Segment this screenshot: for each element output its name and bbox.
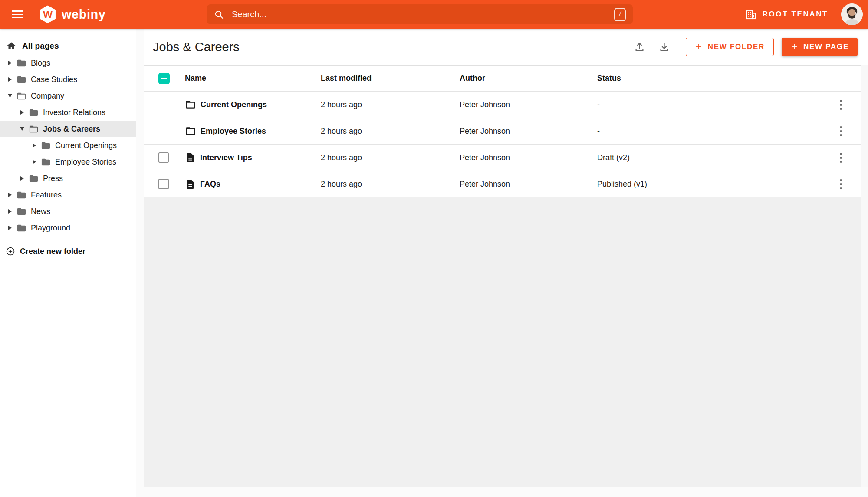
- sidebar-item-all-pages[interactable]: All pages: [0, 37, 136, 55]
- sidebar-item-label: Jobs & Careers: [43, 125, 100, 134]
- chevron-right-icon[interactable]: [7, 209, 13, 214]
- brand-wordmark: webiny: [62, 7, 105, 22]
- sidebar-item-label: Employee Stories: [55, 158, 116, 167]
- new-page-button[interactable]: NEW PAGE: [782, 38, 858, 56]
- chevron-right-icon[interactable]: [19, 176, 25, 181]
- search-bar[interactable]: /: [207, 4, 633, 24]
- table-row[interactable]: Employee Stories 2 hours ago Peter Johns…: [144, 118, 861, 145]
- chevron-right-icon[interactable]: [7, 226, 13, 230]
- sidebar-item-current-openings[interactable]: Current Openings: [0, 137, 136, 154]
- sidebar-item-label: Press: [43, 174, 63, 183]
- folder-open-icon: [16, 91, 26, 101]
- folder-icon: [29, 174, 39, 184]
- sidebar-item-label: Investor Relations: [43, 108, 105, 117]
- folder-icon: [16, 75, 26, 85]
- import-icon[interactable]: [634, 41, 645, 53]
- header-actions: NEW FOLDER NEW PAGE: [634, 38, 858, 56]
- column-header-name[interactable]: Name: [185, 74, 206, 83]
- export-icon[interactable]: [658, 41, 670, 53]
- sidebar-item-press[interactable]: Press: [0, 170, 136, 187]
- sidebar-item-investor-relations[interactable]: Investor Relations: [0, 104, 136, 121]
- sidebar-item-features[interactable]: Features: [0, 187, 136, 203]
- chevron-down-icon[interactable]: [7, 94, 13, 98]
- new-page-label: NEW PAGE: [803, 43, 849, 51]
- select-all-checkbox[interactable]: [158, 73, 170, 84]
- content-header: Jobs & Careers: [144, 29, 868, 65]
- webiny-logo[interactable]: W webiny: [38, 5, 105, 24]
- create-new-folder-button[interactable]: Create new folder: [6, 247, 136, 256]
- sidebar-item-label: Playground: [31, 224, 70, 233]
- top-app-bar: W webiny / ROOT TENANT: [0, 0, 868, 29]
- sidebar-item-company[interactable]: Company: [0, 88, 136, 104]
- row-checkbox[interactable]: [158, 179, 169, 189]
- sidebar-item-case-studies[interactable]: Case Studies: [0, 71, 136, 88]
- search-shortcut-key: /: [614, 8, 626, 21]
- tenant-selector[interactable]: ROOT TENANT: [745, 0, 828, 29]
- new-folder-label: NEW FOLDER: [708, 43, 765, 51]
- row-name[interactable]: FAQs: [200, 180, 220, 189]
- row-menu-icon[interactable]: [837, 150, 845, 165]
- chevron-right-icon[interactable]: [31, 143, 37, 148]
- chevron-right-icon[interactable]: [7, 61, 13, 65]
- table-row[interactable]: FAQs 2 hours ago Peter Johnson Published…: [144, 171, 861, 197]
- folder-icon: [16, 58, 26, 68]
- folder-icon: [29, 108, 39, 118]
- table-row[interactable]: Interview Tips 2 hours ago Peter Johnson…: [144, 145, 861, 171]
- vertical-scrollbar-track[interactable]: [861, 65, 868, 487]
- sidebar-item-blogs[interactable]: Blogs: [0, 55, 136, 71]
- sidebar-item-label: Current Openings: [55, 141, 117, 150]
- folder-icon: [41, 157, 51, 167]
- row-status: -: [597, 100, 821, 109]
- sidebar-item-label: All pages: [22, 41, 59, 51]
- row-status: -: [597, 127, 821, 136]
- search-input[interactable]: [231, 9, 614, 20]
- chevron-right-icon[interactable]: [7, 193, 13, 197]
- row-author: Peter Johnson: [460, 100, 597, 109]
- user-avatar[interactable]: [841, 3, 863, 25]
- page-title: Jobs & Careers: [153, 40, 240, 54]
- sidebar-item-employee-stories[interactable]: Employee Stories: [0, 154, 136, 170]
- row-checkbox[interactable]: [158, 152, 169, 163]
- pages-table: Name Last modified Author Status Current…: [144, 65, 861, 197]
- horizontal-scrollbar-track[interactable]: [144, 487, 868, 497]
- column-header-modified[interactable]: Last modified: [321, 74, 372, 82]
- folder-icon: [16, 207, 26, 217]
- row-author: Peter Johnson: [460, 153, 597, 162]
- row-name[interactable]: Interview Tips: [200, 153, 252, 162]
- sidebar-item-label: Blogs: [31, 59, 50, 68]
- menu-icon[interactable]: [12, 9, 23, 20]
- row-author: Peter Johnson: [460, 180, 597, 189]
- folder-open-icon: [29, 124, 39, 134]
- content-area: Jobs & Careers: [144, 29, 868, 497]
- sidebar-item-label: Company: [31, 92, 64, 101]
- sidebar-item-label: News: [31, 207, 50, 216]
- main-layout: All pages Blogs Case Studies Company Inv…: [0, 29, 868, 497]
- row-name[interactable]: Current Openings: [201, 100, 267, 109]
- chevron-down-icon[interactable]: [19, 127, 25, 131]
- avatar-image: [841, 3, 863, 25]
- chevron-right-icon[interactable]: [31, 160, 37, 164]
- chevron-right-icon[interactable]: [7, 77, 13, 82]
- column-header-status[interactable]: Status: [597, 74, 621, 82]
- row-author: Peter Johnson: [460, 127, 597, 136]
- row-menu-icon[interactable]: [837, 177, 845, 192]
- row-menu-icon[interactable]: [837, 124, 845, 139]
- home-icon: [6, 41, 16, 51]
- sidebar-item-jobs-careers[interactable]: Jobs & Careers: [0, 121, 136, 137]
- new-folder-button[interactable]: NEW FOLDER: [686, 38, 774, 56]
- row-status: Published (v1): [597, 180, 821, 189]
- chevron-right-icon[interactable]: [19, 110, 25, 115]
- sidebar-item-news[interactable]: News: [0, 203, 136, 220]
- row-modified: 2 hours ago: [321, 127, 460, 136]
- plus-circle-icon: [6, 247, 15, 256]
- table-row[interactable]: Current Openings 2 hours ago Peter Johns…: [144, 92, 861, 118]
- row-name[interactable]: Employee Stories: [201, 127, 266, 136]
- row-modified: 2 hours ago: [321, 153, 460, 162]
- column-header-author[interactable]: Author: [460, 74, 485, 82]
- folder-icon: [185, 125, 196, 137]
- row-menu-icon[interactable]: [837, 97, 845, 112]
- sidebar-item-playground[interactable]: Playground: [0, 220, 136, 236]
- sidebar-scrollbar-track[interactable]: [136, 29, 144, 497]
- row-modified: 2 hours ago: [321, 100, 460, 109]
- folder-icon: [41, 141, 51, 151]
